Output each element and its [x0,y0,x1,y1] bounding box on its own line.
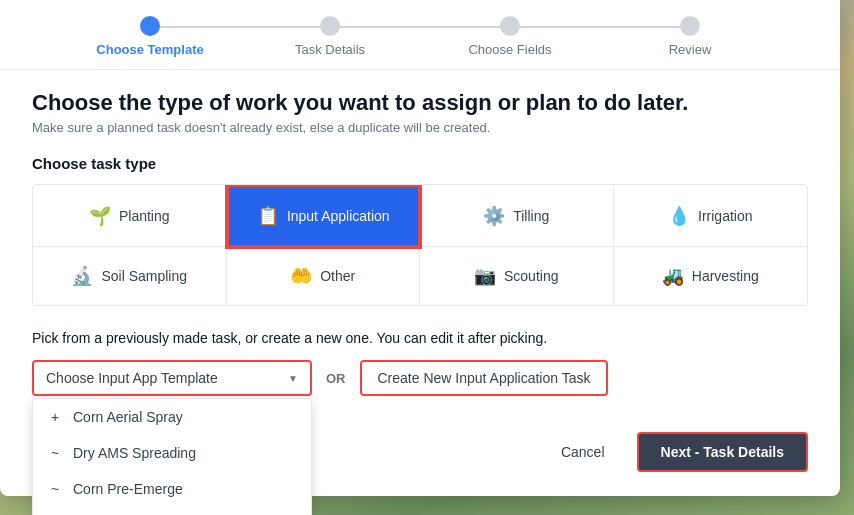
dropdown-item-label: Corn Aerial Spray [73,409,183,425]
tilling-label: Tilling [513,208,549,224]
stepper-item-review[interactable]: Review [600,16,780,57]
input-application-label: Input Application [287,208,390,224]
soil-sampling-icon: 🔬 [71,265,93,287]
stepper-label-1: Choose Template [96,42,203,57]
other-label: Other [320,268,355,284]
tilling-icon: ⚙️ [483,205,505,227]
stepper-label-4: Review [669,42,712,57]
task-type-planting[interactable]: 🌱 Planting [33,185,227,247]
create-new-task-button[interactable]: Create New Input Application Task [360,360,609,396]
modal-body: Choose the type of work you want to assi… [0,70,840,396]
dropdown-item-corn-pre-emerge-2[interactable]: ~ Corn Pre-Emerge [33,507,311,515]
harvesting-icon: 🚜 [662,265,684,287]
modal-panel: Choose Template Task Details Choose Fiel… [0,0,840,496]
task-type-input-application[interactable]: 📋 Input Application [227,185,421,247]
soil-sampling-label: Soil Sampling [101,268,187,284]
stepper: Choose Template Task Details Choose Fiel… [0,0,840,70]
or-divider: OR [326,371,346,386]
task-type-irrigation[interactable]: 💧 Irrigation [614,185,808,247]
dropdown-item-corn-pre-emerge-1[interactable]: ~ Corn Pre-Emerge [33,471,311,507]
stepper-item-task-details[interactable]: Task Details [240,16,420,57]
irrigation-label: Irrigation [698,208,752,224]
stepper-dot-1 [140,16,160,36]
pick-label: Pick from a previously made task, or cre… [32,330,808,346]
dropdown-list: + Corn Aerial Spray ~ Dry AMS Spreading … [32,398,312,515]
task-type-other[interactable]: 🤲 Other [227,247,421,305]
dropdown-item-label: Dry AMS Spreading [73,445,196,461]
task-type-scouting[interactable]: 📷 Scouting [420,247,614,305]
task-type-grid: 🌱 Planting 📋 Input Application ⚙️ Tillin… [32,184,808,306]
plus-icon: + [47,409,63,425]
irrigation-icon: 💧 [668,205,690,227]
next-task-details-button[interactable]: Next - Task Details [637,432,808,472]
choose-task-type-label: Choose task type [32,155,808,172]
modal-subtitle: Make sure a planned task doesn't already… [32,120,808,135]
input-application-icon: 📋 [257,205,279,227]
harvesting-label: Harvesting [692,268,759,284]
stepper-label-3: Choose Fields [468,42,551,57]
template-dropdown-wrapper: Choose Input App Template ▼ + Corn Aeria… [32,360,312,396]
pick-row: Choose Input App Template ▼ + Corn Aeria… [32,360,808,396]
dropdown-item-corn-aerial-spray-1[interactable]: + Corn Aerial Spray [33,399,311,435]
task-type-tilling[interactable]: ⚙️ Tilling [420,185,614,247]
tilde-icon-2: ~ [47,481,63,497]
template-dropdown[interactable]: Choose Input App Template ▼ [32,360,312,396]
stepper-label-2: Task Details [295,42,365,57]
stepper-item-choose-fields[interactable]: Choose Fields [420,16,600,57]
dropdown-placeholder: Choose Input App Template [46,370,218,386]
planting-icon: 🌱 [89,205,111,227]
other-icon: 🤲 [290,265,312,287]
stepper-dot-2 [320,16,340,36]
scouting-icon: 📷 [474,265,496,287]
scouting-label: Scouting [504,268,558,284]
planting-label: Planting [119,208,170,224]
stepper-dot-4 [680,16,700,36]
chevron-down-icon: ▼ [288,373,298,384]
dropdown-item-label: Corn Pre-Emerge [73,481,183,497]
modal-title: Choose the type of work you want to assi… [32,90,808,116]
stepper-dot-3 [500,16,520,36]
cancel-button[interactable]: Cancel [541,432,625,472]
dropdown-item-dry-ams[interactable]: ~ Dry AMS Spreading [33,435,311,471]
tilde-icon-1: ~ [47,445,63,461]
task-type-harvesting[interactable]: 🚜 Harvesting [614,247,808,305]
stepper-item-choose-template[interactable]: Choose Template [60,16,240,57]
task-type-soil-sampling[interactable]: 🔬 Soil Sampling [33,247,227,305]
